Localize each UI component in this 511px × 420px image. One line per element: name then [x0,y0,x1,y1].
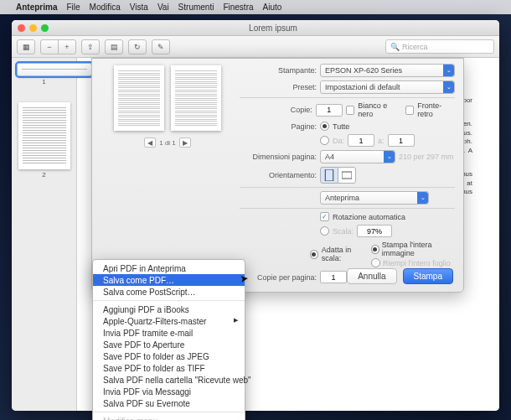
cpp-label: Copie per pagina: [240,273,317,282]
pages-range-radio[interactable] [320,136,329,145]
zoom-group: − + [40,39,76,54]
pages-to-input[interactable] [388,134,415,147]
scale-input[interactable] [357,225,392,237]
search-input[interactable]: 🔍 Ricerca [385,39,494,54]
menu-edit[interactable]: Modifica [90,3,121,12]
search-icon: 🔍 [390,43,400,51]
menu-save-web-receipts[interactable]: Salva PDF nella cartella "Ricevute web" [93,374,245,386]
menu-send-messages[interactable]: Invia PDF via Messaggi [93,386,245,397]
scale-label: Scala: [333,227,354,236]
autorotate-checkbox[interactable]: ✓ [320,212,329,221]
menu-window[interactable]: Finestra [223,3,253,12]
next-page-button[interactable]: ▶ [179,137,191,148]
minimize-icon[interactable] [29,24,37,32]
thumb-page-2[interactable] [18,102,70,169]
scale-radio[interactable] [320,226,329,236]
section-select[interactable]: Anteprima⌄ [320,191,429,205]
printer-label: Stampante: [240,66,317,75]
menu-save-postscript[interactable]: Salva come PostScript… [93,286,245,298]
system-menubar: Anteprima File Modifica Vista Vai Strume… [0,0,511,14]
svg-rect-0 [325,169,333,181]
preset-label: Preset: [240,83,317,91]
print-preview: ◀ 1 di 1 ▶ [101,65,235,148]
chevron-down-icon: ⌄ [417,192,428,204]
cpp-input[interactable] [320,271,347,283]
preset-value: Impostazioni di default [325,83,400,91]
menu-save-tiff[interactable]: Save PDF to folder as TIFF [93,362,245,374]
thumb-label-2: 2 [17,171,71,179]
preview-page-indicator: 1 di 1 [159,139,176,147]
pages-from-label: Da: [333,137,344,145]
orientation-label: Orientamento: [240,171,317,179]
preview-page [171,65,221,131]
menu-file[interactable]: File [66,3,80,12]
papersize-dim: 210 per 297 mm [399,153,454,161]
prev-page-button[interactable]: ◀ [144,137,156,148]
fit-radio[interactable] [310,250,318,259]
menu-mail-pdf[interactable]: Invia PDF tramite e-mail [93,327,245,339]
menu-view[interactable]: Vista [130,3,148,12]
fit-whole-label: Stampa l'intera immagine [382,241,455,257]
preset-select[interactable]: Impostazioni di default⌄ [320,80,455,94]
pages-from-input[interactable] [348,134,374,147]
duplex-label: Fronte-retro [417,101,455,118]
chevron-down-icon: ⌄ [443,65,454,76]
menu-save-jpeg[interactable]: Save PDF to folder as JPEG [93,350,245,362]
fit-whole-radio[interactable] [371,245,379,254]
duplex-checkbox[interactable] [405,106,414,115]
thumbnail-sidebar: 1 2 [12,58,77,411]
menu-save-aperture[interactable]: Save PDF to Aperture [93,339,245,350]
papersize-select[interactable]: A4⌄ [320,150,395,163]
svg-rect-1 [342,172,352,179]
orientation-toggle[interactable] [320,167,356,184]
toolbar: ▦ − + ⇪ ▤ ↻ ✎ 🔍 Ricerca [12,36,499,58]
autorotate-label: Rotazione automatica [333,213,405,221]
menu-edit-menu[interactable]: Modifica menu… [93,415,245,420]
fit-fill-radio[interactable] [371,258,380,267]
window-title: Lorem ipsum [53,23,493,33]
print-sheet: ◀ 1 di 1 ▶ Stampante: EPSON XP-620 Serie… [91,58,464,293]
app-name[interactable]: Anteprima [16,3,57,12]
close-icon[interactable] [18,24,25,32]
share-button[interactable]: ⇪ [81,39,100,54]
menu-add-ibooks[interactable]: Aggiungi PDF a iBooks [93,303,245,315]
print-button[interactable]: Stampa [403,268,453,284]
traffic-lights [18,24,49,32]
chevron-down-icon: ⌄ [443,81,454,93]
menu-open-preview[interactable]: Apri PDF in Anteprima [93,262,245,274]
pages-to-label: a: [378,137,385,145]
zoom-out-button[interactable]: − [40,39,59,54]
menu-quartz-filters[interactable]: Apple-Quartz-Filters-master [93,315,245,327]
menu-save-as-pdf[interactable]: Salva come PDF… [93,274,245,286]
cursor-icon: ➤ [239,272,249,284]
zoom-in-button[interactable]: + [58,39,76,54]
printer-select[interactable]: EPSON XP-620 Series⌄ [320,64,455,77]
chevron-down-icon: ⌄ [384,151,395,163]
menu-tools[interactable]: Strumenti [178,3,214,12]
fit-label: Adatta in scala: [322,246,366,262]
portrait-icon[interactable] [320,167,338,184]
pdf-menu: Apri PDF in Anteprima Salva come PDF… Sa… [92,259,245,420]
pages-label: Pagine: [240,122,317,131]
papersize-label: Dimensioni pagina: [240,153,317,161]
markup-button[interactable]: ✎ [152,39,170,54]
preview-nav: ◀ 1 di 1 ▶ [101,137,235,148]
menu-go[interactable]: Vai [157,3,169,12]
thumb-label-1: 1 [17,78,71,86]
highlight-button[interactable]: ▤ [105,39,123,54]
section-value: Anteprima [325,194,359,202]
zoom-icon[interactable] [41,24,49,32]
rotate-button[interactable]: ↻ [128,39,147,54]
thumb-page-1[interactable] [17,63,92,76]
sidebar-toggle-button[interactable]: ▦ [17,39,35,54]
cancel-button[interactable]: Annulla [347,268,396,284]
copies-input[interactable] [316,104,343,117]
bw-checkbox[interactable] [346,106,354,115]
fit-fill-label: Riempi l'intero foglio [383,259,451,267]
menu-help[interactable]: Aiuto [263,3,282,12]
landscape-icon[interactable] [338,167,356,184]
bw-label: Bianco e nero [358,101,401,118]
search-placeholder: Ricerca [402,43,428,51]
menu-save-evernote[interactable]: Salva PDF su Evernote [93,397,245,409]
pages-all-radio[interactable] [320,122,329,131]
